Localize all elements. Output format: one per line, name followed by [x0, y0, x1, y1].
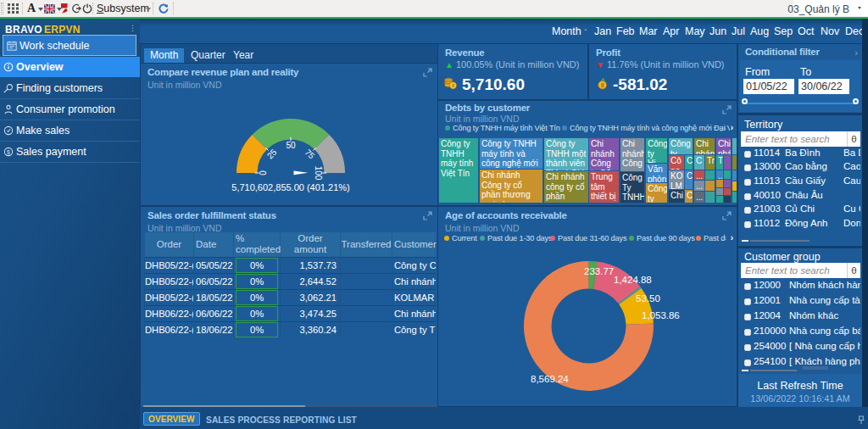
svg-text:1,053.86: 1,053.86 [642, 310, 680, 320]
svg-text:1,424.88: 1,424.88 [614, 275, 652, 285]
svg-text:₫: ₫ [601, 81, 604, 89]
svg-text:0: 0 [259, 170, 268, 176]
svg-text:233.77: 233.77 [584, 266, 614, 276]
svg-text:5,710,602,855.00 (401.21%): 5,710,602,855.00 (401.21%) [231, 182, 349, 192]
svg-text:8,569.24: 8,569.24 [531, 374, 569, 384]
svg-text:100: 100 [314, 166, 323, 181]
svg-text:50: 50 [286, 141, 296, 150]
svg-text:$: $ [7, 149, 10, 155]
svg-text:₫: ₫ [452, 83, 454, 88]
svg-text:53.50: 53.50 [636, 293, 660, 304]
